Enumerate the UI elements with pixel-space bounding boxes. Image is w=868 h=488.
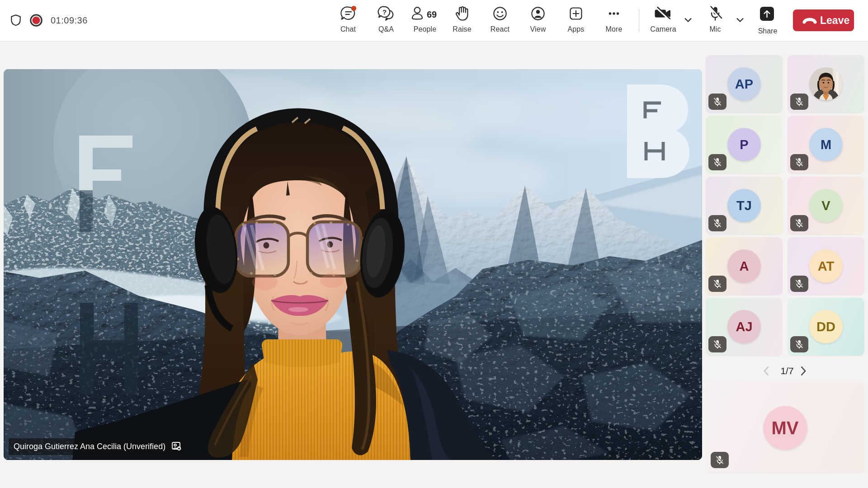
svg-text:?: ? — [382, 8, 387, 16]
